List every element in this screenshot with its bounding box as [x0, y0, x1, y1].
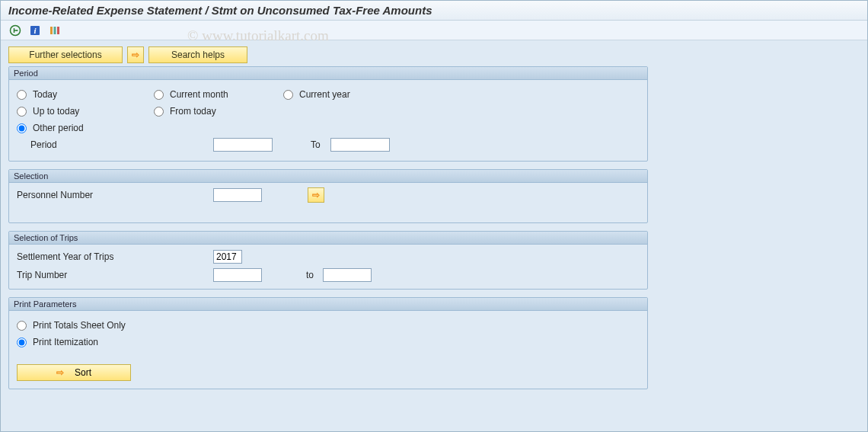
radio-up-to-today-label: Up to today: [33, 106, 79, 117]
trip-to-label: to: [262, 270, 323, 280]
radio-today-input[interactable]: [17, 90, 27, 100]
period-to-label: To: [273, 139, 326, 150]
trips-group-title: Selection of Trips: [9, 232, 647, 245]
period-group: Period Today Current month Current year: [8, 66, 648, 162]
print-group: Print Parameters Print Totals Sheet Only…: [8, 297, 648, 389]
trip-number-to-input[interactable]: [323, 268, 372, 282]
radio-itemization[interactable]: Print Itemization: [17, 337, 245, 347]
radio-itemization-input[interactable]: [17, 338, 27, 347]
svg-rect-4: [50, 27, 53, 34]
radio-totals-only-label: Print Totals Sheet Only: [33, 320, 126, 331]
arrow-right-icon: ⇨: [132, 50, 139, 60]
svg-rect-6: [57, 27, 59, 34]
radio-totals-only-input[interactable]: [17, 321, 27, 331]
trips-group: Selection of Trips Settlement Year of Tr…: [8, 231, 648, 290]
radio-current-year[interactable]: Current year: [283, 89, 413, 100]
radio-totals-only[interactable]: Print Totals Sheet Only: [17, 320, 245, 331]
selection-group: Selection Personnel Number ⇨: [8, 169, 648, 223]
app-toolbar: i: [1, 21, 867, 40]
search-helps-button[interactable]: Search helps: [148, 46, 247, 63]
settlement-year-label: Settlement Year of Trips: [17, 251, 213, 262]
arrow-right-icon: ⇨: [312, 190, 320, 200]
execute-icon[interactable]: [8, 24, 22, 37]
sort-button-label: Sort: [75, 367, 91, 378]
radio-up-to-today[interactable]: Up to today: [17, 106, 154, 117]
content-area: Further selections ⇨ Search helps Period…: [1, 40, 867, 403]
page-title: Income-Related Expense Statement / Stmt …: [8, 4, 432, 17]
information-icon[interactable]: i: [28, 24, 42, 37]
radio-from-today-input[interactable]: [154, 107, 164, 117]
selection-buttons-row: Further selections ⇨ Search helps: [8, 46, 860, 63]
search-helps-label: Search helps: [171, 50, 225, 60]
radio-current-month[interactable]: Current month: [154, 89, 283, 100]
radio-today-label: Today: [33, 89, 57, 100]
radio-other-period-label: Other period: [33, 123, 84, 133]
print-group-title: Print Parameters: [9, 298, 647, 311]
radio-other-period[interactable]: Other period: [17, 123, 154, 133]
radio-from-today-label: From today: [170, 106, 216, 117]
title-bar: Income-Related Expense Statement / Stmt …: [1, 1, 867, 21]
selection-group-title: Selection: [9, 170, 647, 183]
settlement-year-input[interactable]: [213, 250, 242, 264]
radio-current-year-input[interactable]: [283, 90, 293, 100]
multiple-selection-button[interactable]: ⇨: [308, 187, 324, 203]
arrow-button[interactable]: ⇨: [127, 46, 144, 63]
variant-icon[interactable]: [48, 24, 62, 37]
svg-rect-5: [54, 27, 56, 34]
radio-today[interactable]: Today: [17, 89, 154, 100]
period-group-title: Period: [9, 67, 647, 80]
trip-number-from-input[interactable]: [213, 268, 262, 282]
period-to-input[interactable]: [330, 138, 390, 152]
radio-from-today[interactable]: From today: [154, 106, 283, 117]
period-label: Period: [30, 139, 213, 150]
sort-button[interactable]: ⇨ Sort: [17, 364, 131, 381]
radio-itemization-label: Print Itemization: [33, 337, 98, 347]
svg-point-1: [17, 30, 18, 31]
trip-number-label: Trip Number: [17, 270, 213, 280]
radio-current-month-label: Current month: [170, 89, 228, 100]
further-selections-label: Further selections: [29, 50, 101, 60]
radio-other-period-input[interactable]: [17, 123, 27, 133]
further-selections-button[interactable]: Further selections: [8, 46, 123, 63]
radio-up-to-today-input[interactable]: [17, 107, 27, 117]
personnel-number-label: Personnel Number: [17, 190, 213, 200]
radio-current-month-input[interactable]: [154, 90, 164, 100]
radio-current-year-label: Current year: [299, 89, 350, 100]
period-from-input[interactable]: [213, 138, 273, 152]
arrow-right-icon: ⇨: [56, 367, 64, 378]
personnel-number-input[interactable]: [213, 188, 262, 202]
